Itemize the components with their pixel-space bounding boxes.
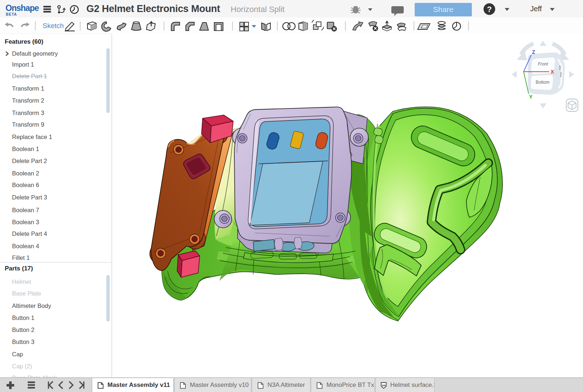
svg-text:Bottom: Bottom <box>536 80 549 85</box>
svg-text:Y: Y <box>529 94 533 100</box>
svg-text:X: X <box>551 69 554 75</box>
svg-text:Front: Front <box>538 62 548 67</box>
svg-text:?: ? <box>487 5 492 14</box>
svg-text:sw: sw <box>382 384 386 387</box>
svg-text:Z: Z <box>532 49 535 55</box>
